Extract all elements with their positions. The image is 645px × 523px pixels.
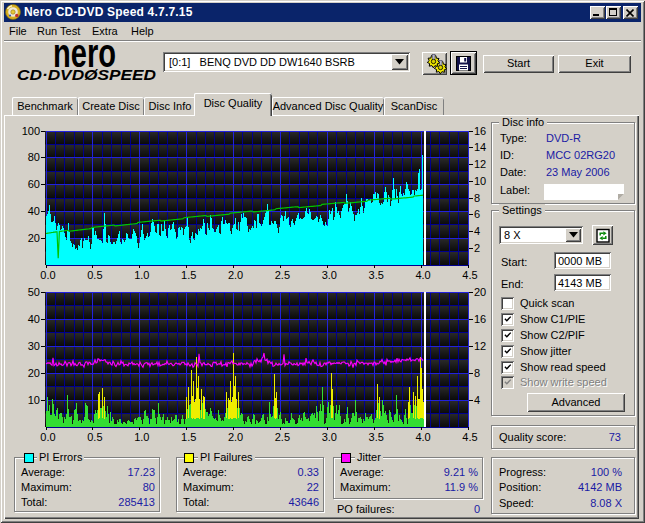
svg-text:0.0: 0.0 [40, 431, 55, 443]
svg-text:12: 12 [474, 158, 486, 170]
svg-text:1.0: 1.0 [134, 269, 149, 281]
svg-text:20: 20 [474, 286, 486, 298]
svg-text:4.5: 4.5 [462, 431, 477, 443]
svg-text:0.5: 0.5 [87, 269, 102, 281]
svg-text:3.0: 3.0 [322, 431, 337, 443]
svg-text:50: 50 [28, 286, 40, 298]
svg-text:1.0: 1.0 [134, 431, 149, 443]
svg-text:8: 8 [474, 367, 480, 379]
svg-text:10: 10 [28, 394, 40, 406]
svg-text:4.0: 4.0 [415, 431, 430, 443]
svg-text:4.0: 4.0 [415, 269, 430, 281]
svg-text:3.5: 3.5 [369, 269, 384, 281]
svg-text:16: 16 [474, 313, 486, 325]
svg-text:2.0: 2.0 [228, 269, 243, 281]
svg-text:20: 20 [28, 232, 40, 244]
svg-text:30: 30 [28, 340, 40, 352]
svg-text:2.5: 2.5 [275, 431, 290, 443]
svg-text:20: 20 [28, 367, 40, 379]
svg-text:2: 2 [474, 242, 480, 254]
svg-text:10: 10 [474, 175, 486, 187]
svg-text:100: 100 [22, 125, 40, 137]
svg-text:0.0: 0.0 [40, 269, 55, 281]
svg-text:40: 40 [28, 313, 40, 325]
svg-text:16: 16 [474, 125, 486, 137]
svg-text:2.5: 2.5 [275, 269, 290, 281]
svg-text:3.0: 3.0 [322, 269, 337, 281]
svg-text:14: 14 [474, 141, 486, 153]
svg-text:80: 80 [28, 151, 40, 163]
svg-text:4: 4 [474, 394, 480, 406]
svg-text:3.5: 3.5 [369, 431, 384, 443]
svg-text:1.5: 1.5 [181, 431, 196, 443]
svg-text:0.5: 0.5 [87, 431, 102, 443]
svg-text:12: 12 [474, 340, 486, 352]
svg-text:2.0: 2.0 [228, 431, 243, 443]
svg-text:4.5: 4.5 [462, 269, 477, 281]
svg-text:4: 4 [474, 225, 480, 237]
svg-text:CD·DVDØSPEED: CD·DVDØSPEED [17, 67, 157, 83]
svg-text:8: 8 [474, 192, 480, 204]
svg-text:6: 6 [474, 208, 480, 220]
svg-text:40: 40 [28, 205, 40, 217]
svg-text:60: 60 [28, 178, 40, 190]
svg-text:1.5: 1.5 [181, 269, 196, 281]
